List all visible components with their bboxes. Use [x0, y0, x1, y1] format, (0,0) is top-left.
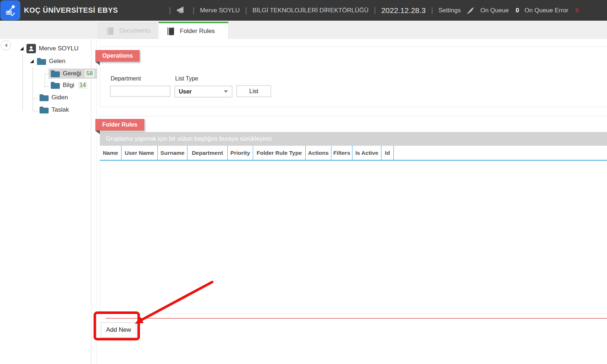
header-separator: | [431, 6, 433, 15]
on-queue-count: 0 [516, 7, 519, 14]
tree-node-gelen[interactable]: Gelen [30, 57, 65, 65]
header-separator: | [169, 6, 171, 15]
on-queue-error-count: 0 [575, 7, 579, 14]
header-separator: | [374, 6, 376, 15]
column-header-is-active[interactable]: Is Active [352, 146, 381, 160]
folder-icon [50, 70, 60, 78]
folder-icon [50, 81, 60, 89]
top-header-bar: KOÇ ÜNİVERSİTESİ EBYS | | Merve SOYLU | … [0, 0, 607, 21]
ribbon-fold-decoration [95, 131, 100, 134]
book-icon [167, 26, 175, 36]
unread-count-badge: 14 [78, 82, 87, 89]
on-queue-label[interactable]: On Queue [480, 7, 509, 14]
on-queue-error-label[interactable]: On Queue Error [525, 7, 569, 14]
announcement-megaphone-icon[interactable] [176, 6, 187, 15]
column-header-id[interactable]: Id [381, 146, 394, 160]
chevron-left-icon [5, 44, 7, 47]
tree-connector [22, 54, 23, 111]
tree-connector [33, 67, 33, 111]
folder-icon [39, 94, 49, 102]
tree-node-label[interactable]: Gelen [49, 58, 65, 65]
sidebar-collapse-button[interactable] [1, 40, 11, 50]
header-separator: | [245, 6, 247, 15]
app-title: KOÇ ÜNİVERSİTESİ EBYS [24, 6, 118, 15]
folder-icon [39, 106, 49, 114]
folder-icon [37, 57, 46, 65]
tree-connector [33, 99, 38, 99]
tree-node-label[interactable]: Merve SOYLU [39, 45, 79, 52]
list-type-label: List Type [175, 75, 198, 82]
sidebar-divider [91, 39, 91, 364]
tab-folder-rules-label: Folder Rules [180, 28, 215, 35]
pen-document-icon [4, 4, 17, 17]
pager-divider-line [106, 318, 607, 319]
expand-triangle-icon[interactable] [20, 47, 24, 50]
tree-node-label[interactable]: Bilgi [63, 82, 74, 89]
expand-triangle-icon[interactable] [30, 59, 34, 63]
header-right-group: | | Merve SOYLU | BİLGİ TEKNOLOJİLERİ Dİ… [169, 6, 579, 15]
app-logo[interactable] [0, 0, 20, 20]
header-department: BİLGİ TEKNOLOJİLERİ DİREKTÖRLÜĞÜ [252, 7, 368, 14]
settings-link[interactable]: Settings [438, 7, 461, 14]
column-header-surname[interactable]: Surname [158, 146, 187, 160]
quill-pen-icon [466, 6, 475, 15]
column-header-actions[interactable]: Actions [306, 146, 331, 160]
column-header-user-name[interactable]: User Name [121, 146, 158, 160]
header-user-name[interactable]: Merve SOYLU [200, 7, 240, 14]
operations-panel-title: Operations [95, 50, 140, 62]
tree-node-root-user[interactable]: Merve SOYLU [20, 44, 79, 53]
grid-group-drop-zone[interactable]: Gruplama yapmak için bir sütun başlığını… [100, 132, 607, 146]
tab-documents-label: Documents [119, 27, 150, 34]
tree-node-geregi-selected[interactable]: Gereği 58 [49, 69, 97, 79]
list-type-dropdown[interactable]: User [174, 86, 232, 98]
tree-node-label[interactable]: Gereği [63, 70, 81, 77]
person-icon [26, 44, 36, 53]
tab-documents[interactable]: Documents [98, 23, 157, 39]
column-header-department[interactable]: Department [187, 146, 228, 160]
folder-rules-panel-title: Folder Rules [95, 119, 144, 131]
tree-node-giden[interactable]: Giden [39, 94, 68, 102]
header-separator: | [193, 6, 194, 15]
column-header-filters[interactable]: Filters [331, 146, 352, 160]
column-header-folder-rule-type[interactable]: Folder Rule Type [253, 146, 306, 160]
app-version: 2022.12.28.3 [381, 6, 426, 15]
tree-connector [33, 111, 38, 111]
tree-node-taslak[interactable]: Taslak [39, 106, 69, 114]
ebys-app-window: KOÇ ÜNİVERSİTESİ EBYS | | Merve SOYLU | … [0, 0, 607, 364]
tree-node-label[interactable]: Giden [51, 94, 68, 101]
tab-folder-rules-active[interactable]: Folder Rules [158, 22, 228, 39]
annotation-highlight-box [94, 311, 140, 340]
chevron-down-icon [224, 90, 228, 93]
unread-count-badge: 58 [85, 70, 94, 77]
department-input[interactable] [110, 86, 170, 97]
department-label: Department [111, 75, 141, 82]
tab-strip: Documents Folder Rules [0, 21, 607, 39]
tree-node-bilgi[interactable]: Bilgi 14 [50, 81, 87, 89]
book-icon [106, 26, 114, 36]
list-button[interactable]: List [236, 85, 271, 97]
tree-node-label[interactable]: Taslak [51, 106, 69, 113]
column-header-name[interactable]: Name [100, 146, 121, 160]
tree-connector [45, 86, 49, 87]
column-header-priority[interactable]: Priority [228, 146, 253, 160]
ribbon-fold-decoration [95, 62, 100, 65]
list-type-selected-value: User [179, 88, 192, 95]
grid-header-row: Name User Name Surname Department Priori… [100, 146, 607, 161]
